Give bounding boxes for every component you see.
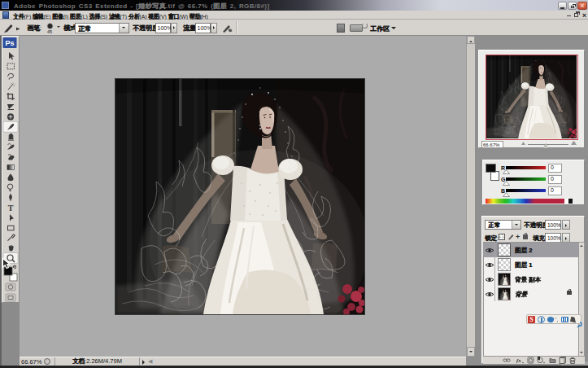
svg-text:fx: fx [516, 357, 521, 364]
svg-text:T: T [8, 204, 14, 212]
svg-text:Ps: Ps [5, 39, 14, 47]
